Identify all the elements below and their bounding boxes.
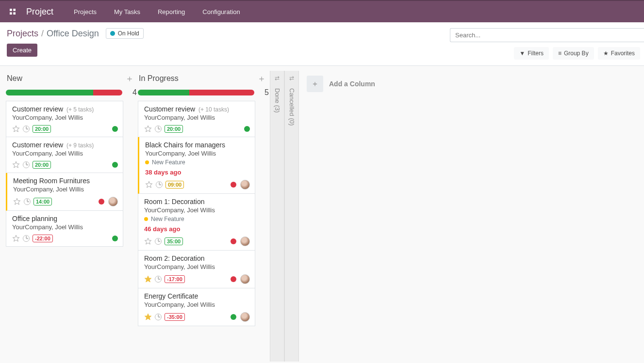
search-input[interactable] bbox=[450, 28, 644, 42]
card-title: Black Chairs for managers bbox=[145, 141, 250, 149]
progress-green[interactable] bbox=[138, 90, 189, 95]
create-button[interactable]: Create bbox=[7, 44, 37, 57]
state-dot[interactable] bbox=[112, 236, 118, 241]
breadcrumb-separator: / bbox=[41, 29, 44, 39]
kanban-card[interactable]: Customer review (+ 5 tasks) YourCompany,… bbox=[6, 101, 123, 137]
plus-icon[interactable]: ＋ bbox=[307, 76, 323, 92]
activity-icon[interactable] bbox=[23, 235, 30, 242]
assignee-avatar[interactable] bbox=[240, 180, 250, 189]
tag-dot-icon bbox=[144, 217, 148, 221]
activity-icon[interactable] bbox=[155, 314, 162, 320]
folded-column-done[interactable]: ⇄ Done (3) bbox=[270, 71, 284, 362]
assignee-avatar[interactable] bbox=[240, 312, 250, 322]
hours-badge: 20:00 bbox=[33, 125, 51, 133]
card-company: YourCompany, Joel Willis bbox=[145, 150, 250, 157]
progress-red[interactable] bbox=[189, 90, 254, 95]
kanban-card[interactable]: Customer review (+ 10 tasks) YourCompany… bbox=[138, 101, 255, 137]
activity-icon[interactable] bbox=[155, 126, 162, 132]
state-dot[interactable] bbox=[231, 238, 236, 244]
card-company: YourCompany, Joel Willis bbox=[144, 114, 250, 121]
priority-star[interactable] bbox=[144, 125, 152, 133]
state-dot[interactable] bbox=[112, 126, 118, 132]
tag-row: New Feature bbox=[145, 159, 250, 166]
svg-marker-9 bbox=[146, 181, 152, 188]
priority-star[interactable] bbox=[13, 198, 21, 205]
state-dot[interactable] bbox=[244, 126, 250, 132]
tag-dot-icon bbox=[145, 160, 149, 164]
progress-bar[interactable] bbox=[138, 90, 254, 95]
kanban-card[interactable]: Customer review (+ 9 tasks) YourCompany,… bbox=[6, 137, 123, 173]
filters-button[interactable]: ▼ Filters bbox=[514, 47, 549, 60]
svg-marker-10 bbox=[145, 238, 151, 244]
card-company: YourCompany, Joel Willis bbox=[12, 223, 118, 231]
priority-star[interactable] bbox=[144, 275, 152, 283]
favorites-button[interactable]: ★ Favorites bbox=[598, 47, 640, 60]
quick-create-icon[interactable]: ＋ bbox=[122, 73, 137, 84]
priority-star[interactable] bbox=[12, 161, 20, 169]
priority-star[interactable] bbox=[145, 181, 153, 189]
card-title: Room 1: Decoration bbox=[144, 198, 250, 205]
activity-icon[interactable] bbox=[155, 238, 162, 245]
activity-icon[interactable] bbox=[23, 126, 30, 132]
priority-star[interactable] bbox=[144, 237, 152, 245]
card-title: Customer review (+ 5 tasks) bbox=[12, 105, 118, 113]
kanban-card[interactable]: Black Chairs for managers YourCompany, J… bbox=[138, 137, 255, 194]
breadcrumb-root[interactable]: Projects bbox=[7, 29, 38, 39]
nav-reporting[interactable]: Reporting bbox=[151, 8, 192, 16]
column-title[interactable]: New bbox=[7, 74, 22, 83]
card-title: Room 2: Decoration bbox=[144, 254, 250, 262]
kanban-card[interactable]: Office planning YourCompany, Joel Willis… bbox=[6, 211, 123, 247]
activity-icon[interactable] bbox=[156, 181, 163, 188]
quick-create-icon[interactable]: ＋ bbox=[254, 73, 269, 84]
subtask-count: (+ 9 tasks) bbox=[66, 142, 94, 149]
kanban-column: New ＋ 4 Customer review (+ 5 tasks) Your… bbox=[6, 71, 138, 247]
state-dot[interactable] bbox=[112, 162, 118, 168]
app-title[interactable]: Project bbox=[26, 7, 53, 17]
state-dot[interactable] bbox=[231, 314, 236, 320]
svg-marker-7 bbox=[13, 235, 19, 241]
tag-row: New Feature bbox=[144, 216, 250, 222]
priority-star[interactable] bbox=[144, 313, 152, 321]
hours-badge: 35:00 bbox=[165, 237, 183, 245]
hours-badge: 14:00 bbox=[33, 198, 52, 205]
priority-star[interactable] bbox=[12, 125, 20, 133]
assignee-avatar[interactable] bbox=[108, 197, 118, 206]
star-icon: ★ bbox=[603, 50, 609, 57]
kanban-card[interactable]: Energy Certificate YourCompany, Joel Wil… bbox=[138, 288, 255, 326]
state-dot[interactable] bbox=[99, 199, 104, 205]
breadcrumb: Projects / Office Design bbox=[7, 29, 99, 39]
activity-icon[interactable] bbox=[24, 198, 31, 205]
progress-bar[interactable] bbox=[6, 90, 122, 95]
progress-red[interactable] bbox=[93, 90, 122, 95]
kanban-column: In Progress ＋ 5 Customer review (+ 10 ta… bbox=[138, 71, 270, 326]
apps-icon[interactable] bbox=[8, 7, 17, 16]
card-title: Customer review (+ 9 tasks) bbox=[12, 141, 118, 149]
column-count: 5 bbox=[261, 88, 269, 97]
assignee-avatar[interactable] bbox=[240, 237, 250, 246]
card-title: Meeting Room Furnitures bbox=[13, 177, 118, 185]
kanban-card[interactable]: Room 2: Decoration YourCompany, Joel Wil… bbox=[138, 251, 255, 288]
state-dot[interactable] bbox=[231, 276, 236, 282]
hours-badge: -35:00 bbox=[165, 313, 185, 321]
nav-my-tasks[interactable]: My Tasks bbox=[107, 8, 147, 16]
status-badge[interactable]: On Hold bbox=[106, 28, 144, 39]
svg-marker-6 bbox=[14, 198, 20, 205]
card-company: YourCompany, Joel Willis bbox=[144, 301, 250, 308]
svg-rect-3 bbox=[13, 12, 16, 15]
assignee-avatar[interactable] bbox=[240, 274, 250, 284]
card-title: Customer review (+ 10 tasks) bbox=[144, 105, 250, 113]
column-title[interactable]: In Progress bbox=[139, 74, 179, 83]
progress-green[interactable] bbox=[6, 90, 93, 95]
kanban-card[interactable]: Meeting Room Furnitures YourCompany, Joe… bbox=[6, 173, 123, 211]
activity-icon[interactable] bbox=[23, 161, 30, 168]
tag-label: New Feature bbox=[151, 216, 184, 222]
folded-column-cancelled[interactable]: ⇄ Cancelled (0) bbox=[284, 71, 299, 362]
state-dot[interactable] bbox=[231, 182, 236, 188]
priority-star[interactable] bbox=[12, 235, 20, 242]
kanban-card[interactable]: Room 1: Decoration YourCompany, Joel Wil… bbox=[138, 194, 255, 251]
nav-projects[interactable]: Projects bbox=[67, 8, 103, 16]
add-column[interactable]: ＋ Add a Column bbox=[299, 71, 383, 97]
nav-configuration[interactable]: Configuration bbox=[196, 8, 247, 16]
groupby-button[interactable]: ≡ Group By bbox=[553, 47, 594, 60]
activity-icon[interactable] bbox=[155, 276, 162, 283]
